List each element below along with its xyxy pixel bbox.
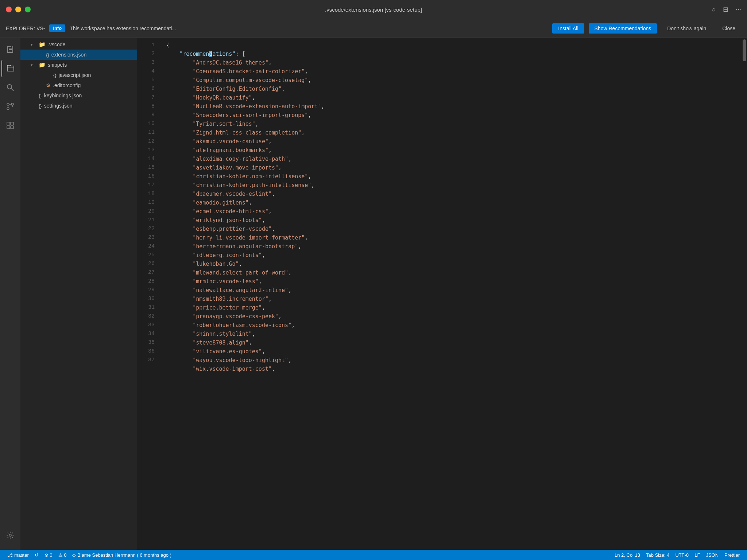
sidebar: ▾ 📁 .vscode {} extensions.json ▾ 📁 snipp…	[20, 38, 137, 550]
folder-label: snippets	[48, 62, 67, 68]
file-tree: ▾ 📁 .vscode {} extensions.json ▾ 📁 snipp…	[20, 38, 137, 550]
svg-rect-15	[11, 126, 13, 129]
titlebar: .vscode/extensions.json [vs-code-setup] …	[0, 0, 747, 19]
warnings-count[interactable]: ⚠ 0	[55, 550, 70, 560]
main-area: ▾ 📁 .vscode {} extensions.json ▾ 📁 snipp…	[0, 38, 747, 550]
info-badge: Info	[49, 24, 65, 32]
svg-rect-14	[7, 126, 10, 129]
file-keybindings-json[interactable]: {} keybindings.json	[20, 90, 137, 101]
activity-bar	[0, 38, 20, 550]
encoding[interactable]: UTF-8	[672, 552, 692, 558]
activity-files[interactable]	[1, 41, 19, 58]
chevron-icon: ▾	[31, 42, 36, 47]
folder-icon: 📁	[39, 41, 46, 48]
svg-point-10	[11, 103, 13, 105]
activity-extensions[interactable]	[1, 117, 19, 134]
errors-count[interactable]: ⊗ 0	[42, 550, 55, 560]
editor-area: 1 2 3 4 5 6 7 8 9 10 11 12 13 14 15 16 1…	[137, 38, 747, 550]
svg-point-11	[7, 108, 9, 110]
branch-name: master	[14, 552, 29, 558]
minimize-button[interactable]	[15, 7, 21, 12]
file-label: javascript.json	[59, 72, 91, 78]
install-all-button[interactable]: Install All	[552, 23, 584, 34]
svg-rect-13	[11, 122, 13, 125]
svg-rect-1	[7, 46, 8, 53]
folder-icon: 📁	[39, 62, 46, 68]
svg-rect-3	[12, 46, 13, 53]
close-notification-button[interactable]: Close	[716, 23, 741, 34]
json-icon: {}	[39, 103, 42, 109]
svg-point-16	[9, 534, 11, 536]
file-settings-json[interactable]: {} settings.json	[20, 101, 137, 111]
file-extensions-json[interactable]: {} extensions.json	[20, 50, 137, 60]
svg-rect-2	[7, 52, 13, 53]
svg-rect-12	[7, 122, 10, 125]
file-label: settings.json	[44, 103, 73, 109]
activity-settings[interactable]	[1, 526, 19, 544]
svg-line-8	[11, 89, 14, 91]
editorconfig-icon: ⚙	[46, 82, 51, 88]
activity-search[interactable]	[1, 79, 19, 96]
activity-explorer[interactable]	[1, 60, 19, 77]
status-bar: ⎇ master ↺ ⊗ 0 ⚠ 0 ◇ Blame Sebastian Her…	[0, 550, 747, 560]
git-branch-icon: ⎇	[7, 552, 13, 558]
scrollbar[interactable]	[742, 38, 747, 550]
folder-label: .vscode	[48, 42, 65, 47]
search-remote-icon[interactable]: ⌕	[712, 5, 716, 13]
line-numbers: 1 2 3 4 5 6 7 8 9 10 11 12 13 14 15 16 1…	[137, 38, 160, 550]
titlebar-actions: ⌕ ⊟ ···	[712, 5, 741, 13]
show-recommendations-button[interactable]: Show Recommendations	[589, 23, 657, 34]
svg-point-9	[7, 103, 9, 105]
git-branch[interactable]: ⎇ master	[4, 550, 32, 560]
git-blame[interactable]: ◇ Blame Sebastian Herrmann ( 6 months ag…	[69, 550, 174, 560]
close-button[interactable]	[6, 7, 12, 12]
maximize-button[interactable]	[25, 7, 31, 12]
activity-source-control[interactable]	[1, 98, 19, 115]
more-actions-icon[interactable]: ···	[736, 5, 741, 13]
file-label: .editorconfig	[53, 82, 81, 88]
json-icon: {}	[39, 93, 42, 98]
sync-icon: ↺	[35, 552, 39, 558]
folder-vscode[interactable]: ▾ 📁 .vscode	[20, 39, 137, 50]
svg-rect-6	[9, 51, 11, 51]
svg-rect-5	[9, 49, 12, 50]
warning-count-text: ⚠ 0	[58, 552, 67, 558]
json-icon: {}	[46, 52, 49, 58]
explorer-label: EXPLORER: VS-	[6, 26, 45, 31]
split-editor-icon[interactable]: ⊟	[723, 5, 728, 13]
svg-rect-4	[9, 48, 12, 48]
sync-button[interactable]: ↺	[32, 550, 42, 560]
json-icon: {}	[53, 73, 57, 78]
language-mode[interactable]: JSON	[703, 552, 721, 558]
traffic-lights	[6, 7, 31, 12]
editor-content[interactable]: 1 2 3 4 5 6 7 8 9 10 11 12 13 14 15 16 1…	[137, 38, 747, 550]
tab-size[interactable]: Tab Size: 4	[643, 552, 672, 558]
code-editor[interactable]: { "recommendations": [ "AndrsDC.base16-t…	[160, 38, 742, 550]
file-label: keybindings.json	[44, 93, 82, 98]
cursor-position[interactable]: Ln 2, Col 13	[612, 552, 643, 558]
formatter[interactable]: Prettier	[721, 552, 743, 558]
window-title: .vscode/extensions.json [vs-code-setup]	[325, 7, 422, 13]
line-ending[interactable]: LF	[692, 552, 703, 558]
dont-show-again-button[interactable]: Don't show again	[661, 23, 712, 34]
chevron-icon: ▾	[31, 63, 36, 67]
notification-message: This workspace has extension recommendat…	[70, 26, 548, 31]
file-label: extensions.json	[51, 52, 87, 58]
folder-snippets[interactable]: ▾ 📁 snippets	[20, 60, 137, 70]
file-editorconfig[interactable]: ⚙ .editorconfig	[20, 80, 137, 90]
file-javascript-json[interactable]: {} javascript.json	[20, 70, 137, 80]
status-right: Ln 2, Col 13 Tab Size: 4 UTF-8 LF JSON P…	[612, 552, 743, 558]
notification-bar: EXPLORER: VS- Info This workspace has ex…	[0, 19, 747, 38]
